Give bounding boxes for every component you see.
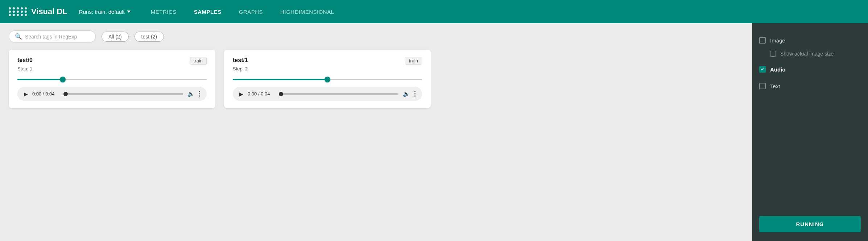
filter-pill-all[interactable]: All (2) bbox=[102, 32, 129, 42]
card-tag-0: train bbox=[190, 57, 207, 65]
sub-item-actual-size[interactable]: Show actual image size bbox=[759, 49, 861, 61]
sidebar-label-audio: Audio bbox=[770, 66, 786, 73]
time-display-0: 0:00 / 0:04 bbox=[32, 91, 61, 97]
sidebar-item-image[interactable]: Image bbox=[759, 32, 861, 49]
slider-thumb-0 bbox=[60, 77, 66, 82]
slider-thumb-1 bbox=[325, 77, 330, 82]
slider-fill-0 bbox=[17, 79, 63, 80]
progress-bar-1[interactable] bbox=[281, 93, 398, 95]
slider-track-0 bbox=[17, 79, 207, 80]
play-button-0[interactable]: ▶ bbox=[24, 91, 28, 97]
card-step-0: Step: 1 bbox=[17, 66, 207, 72]
slider-fill-1 bbox=[233, 79, 327, 80]
cards-row: test/0 train Step: 1 ▶ 0:00 / 0:04 bbox=[9, 50, 743, 108]
search-box[interactable]: 🔍 Search tags in RegExp bbox=[9, 30, 96, 42]
progress-bar-0[interactable] bbox=[66, 93, 183, 95]
card-header-0: test/0 train bbox=[17, 57, 207, 65]
sub-label-actual-size: Show actual image size bbox=[780, 51, 834, 57]
audio-card-1: test/1 train Step: 2 ▶ 0:00 / 0:04 bbox=[224, 50, 431, 108]
text-checkbox[interactable] bbox=[759, 83, 766, 89]
card-tag-1: train bbox=[405, 57, 422, 65]
logo-text: Visual DL bbox=[31, 7, 67, 16]
sidebar-label-text: Text bbox=[770, 83, 780, 89]
app-header: Visual DL Runs: train, default METRICS S… bbox=[0, 0, 868, 23]
sidebar: Image Show actual image size Audio Text … bbox=[752, 23, 868, 241]
main-nav: METRICS SAMPLES GRAPHS HIGHDIMENSIONAL bbox=[151, 9, 334, 15]
progress-thumb-1 bbox=[279, 92, 283, 96]
content-area: 🔍 Search tags in RegExp All (2) test (2)… bbox=[0, 23, 752, 241]
nav-highdimensional[interactable]: HIGHDIMENSIONAL bbox=[280, 9, 334, 15]
actual-size-checkbox[interactable] bbox=[770, 51, 776, 57]
sidebar-spacer bbox=[759, 94, 861, 216]
running-button[interactable]: RUNNING bbox=[759, 216, 861, 232]
audio-card-0: test/0 train Step: 1 ▶ 0:00 / 0:04 bbox=[9, 50, 215, 108]
search-icon: 🔍 bbox=[15, 33, 22, 40]
more-options-icon-0[interactable] bbox=[199, 91, 200, 97]
card-title-1: test/1 bbox=[233, 57, 248, 64]
volume-icon-0[interactable]: 🔈 bbox=[187, 90, 195, 97]
progress-thumb-0 bbox=[63, 92, 68, 96]
volume-icon-1[interactable]: 🔈 bbox=[403, 90, 410, 97]
search-placeholder: Search tags in RegExp bbox=[25, 34, 77, 40]
image-checkbox[interactable] bbox=[759, 37, 766, 44]
slider-track-1 bbox=[233, 79, 422, 80]
more-options-icon-1[interactable] bbox=[414, 91, 416, 97]
filter-bar: 🔍 Search tags in RegExp All (2) test (2) bbox=[9, 30, 743, 42]
runs-label: Runs: train, default bbox=[79, 9, 125, 15]
sidebar-item-text[interactable]: Text bbox=[759, 78, 861, 94]
main-layout: 🔍 Search tags in RegExp All (2) test (2)… bbox=[0, 23, 868, 241]
sidebar-item-audio[interactable]: Audio bbox=[759, 61, 861, 78]
play-button-1[interactable]: ▶ bbox=[239, 91, 243, 97]
runs-selector[interactable]: Runs: train, default bbox=[79, 9, 131, 15]
time-display-1: 0:00 / 0:04 bbox=[248, 91, 277, 97]
nav-samples[interactable]: SAMPLES bbox=[194, 9, 222, 15]
audio-checkbox[interactable] bbox=[759, 66, 766, 73]
filter-pill-test[interactable]: test (2) bbox=[135, 32, 164, 42]
audio-player-1: ▶ 0:00 / 0:04 🔈 bbox=[233, 87, 422, 101]
slider-0[interactable] bbox=[17, 79, 207, 80]
slider-1[interactable] bbox=[233, 79, 422, 80]
chevron-down-icon bbox=[127, 11, 131, 13]
card-title-0: test/0 bbox=[17, 57, 33, 64]
card-step-1: Step: 2 bbox=[233, 66, 422, 72]
sidebar-label-image: Image bbox=[770, 37, 785, 44]
nav-metrics[interactable]: METRICS bbox=[151, 9, 177, 15]
logo: Visual DL bbox=[9, 7, 67, 16]
audio-player-0: ▶ 0:00 / 0:04 🔈 bbox=[17, 87, 207, 101]
card-header-1: test/1 train bbox=[233, 57, 422, 65]
logo-icon bbox=[9, 7, 28, 16]
nav-graphs[interactable]: GRAPHS bbox=[239, 9, 263, 15]
